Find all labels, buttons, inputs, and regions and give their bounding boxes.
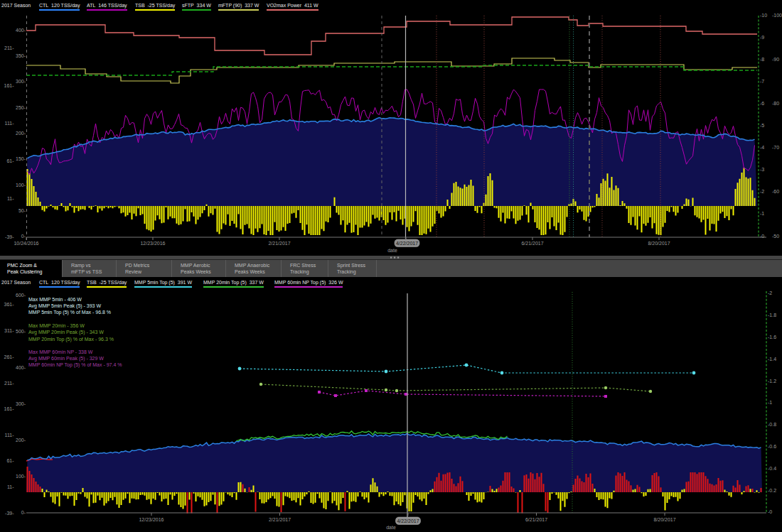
svg-text:400-: 400-	[16, 365, 26, 370]
svg-text:8/20/2017: 8/20/2017	[648, 241, 670, 246]
svg-text:-0: -0	[760, 234, 764, 239]
svg-text:-50: -50	[772, 234, 779, 239]
svg-text:-8: -8	[760, 57, 764, 62]
svg-text:300-: 300-	[16, 401, 26, 406]
svg-text:-2: -2	[760, 189, 764, 194]
svg-text:100-: 100-	[16, 183, 26, 188]
svg-text:2/21/2017: 2/21/2017	[269, 517, 291, 522]
svg-text:-4: -4	[760, 145, 764, 150]
svg-text:161-: 161-	[4, 406, 14, 411]
svg-text:50-: 50-	[18, 208, 26, 213]
svg-text:12/23/2016: 12/23/2016	[140, 241, 165, 246]
svg-text:-90: -90	[772, 57, 779, 62]
svg-text:250-: 250-	[16, 105, 26, 110]
svg-text:-1.6: -1.6	[768, 335, 776, 340]
svg-text:-1.8: -1.8	[768, 313, 776, 317]
svg-text:-0.4: -0.4	[768, 466, 776, 471]
svg-text:6/21/2017: 6/21/2017	[525, 517, 547, 522]
svg-text:500-: 500-	[16, 329, 26, 334]
svg-text:Avg MMP 20min Peak (5) - 343 W: Avg MMP 20min Peak (5) - 343 W	[28, 330, 104, 335]
svg-text:Max MMP 60min NP - 338 W: Max MMP 60min NP - 338 W	[28, 349, 93, 354]
svg-text:11-: 11-	[7, 196, 14, 201]
svg-text:150-: 150-	[16, 156, 26, 161]
svg-text:MMP 60min NP Top (5) % of Max: MMP 60min NP Top (5) % of Max - 97.4 %	[28, 362, 122, 368]
svg-text:12/23/2016: 12/23/2016	[139, 517, 164, 522]
svg-text:-70: -70	[772, 145, 779, 150]
svg-text:111-: 111-	[5, 121, 15, 126]
svg-text:300-: 300-	[16, 79, 26, 84]
svg-text:MMP 5min Top (5) % of Max - 96: MMP 5min Top (5) % of Max - 96.8 %	[28, 310, 111, 315]
svg-text:261-: 261-	[4, 354, 14, 359]
svg-text:-80: -80	[772, 101, 779, 106]
svg-text:MMP 20min Top (5) % of Max - 9: MMP 20min Top (5) % of Max - 96.3 %	[28, 337, 114, 342]
svg-text:600-: 600-	[16, 293, 26, 298]
svg-text:361-: 361-	[4, 302, 14, 307]
svg-text:161-: 161-	[4, 83, 14, 88]
svg-text:-6: -6	[760, 101, 764, 106]
svg-text:date: date	[386, 525, 396, 530]
svg-text:-0.6: -0.6	[768, 444, 776, 449]
svg-text:10/24/2016: 10/24/2016	[14, 241, 38, 246]
svg-text:0-: 0-	[21, 234, 26, 239]
svg-text:4/22/2017: 4/22/2017	[397, 519, 419, 523]
svg-text:211-: 211-	[4, 45, 14, 50]
svg-text:-0: -0	[768, 509, 772, 514]
svg-text:-10: -10	[760, 13, 767, 18]
svg-text:4/22/2017: 4/22/2017	[396, 241, 418, 246]
svg-text:8/20/2017: 8/20/2017	[653, 517, 675, 522]
svg-text:date: date	[387, 248, 397, 253]
svg-text:-60: -60	[772, 189, 779, 194]
svg-text:6/21/2017: 6/21/2017	[521, 241, 543, 246]
svg-text:200-: 200-	[16, 438, 26, 443]
svg-text:-3: -3	[760, 167, 764, 172]
svg-text:111-: 111-	[5, 433, 15, 438]
svg-text:-0.8: -0.8	[768, 422, 776, 427]
svg-text:400-: 400-	[16, 28, 26, 33]
svg-text:-1: -1	[768, 400, 772, 405]
svg-text:200-: 200-	[16, 131, 26, 136]
svg-text:211-: 211-	[4, 381, 14, 386]
svg-text:11-: 11-	[7, 484, 14, 489]
svg-text:-1: -1	[760, 211, 764, 216]
svg-text:Max MMP 20min - 356 W: Max MMP 20min - 356 W	[28, 323, 85, 328]
svg-text:-100: -100	[772, 13, 782, 18]
svg-text:-1.2: -1.2	[768, 379, 776, 384]
svg-text:-7: -7	[760, 79, 764, 84]
svg-text:-0.2: -0.2	[768, 488, 776, 493]
svg-text:Avg MMP 60min Peak (5) - 329 W: Avg MMP 60min Peak (5) - 329 W	[28, 356, 104, 362]
svg-text:-1.4: -1.4	[768, 357, 776, 362]
svg-text:2/21/2017: 2/21/2017	[268, 241, 290, 246]
svg-text:311-: 311-	[4, 328, 14, 333]
svg-text:Max MMP 5min - 406 W: Max MMP 5min - 406 W	[28, 297, 82, 302]
svg-text:Avg MMP 5min Peak (5) - 393 W: Avg MMP 5min Peak (5) - 393 W	[28, 303, 101, 309]
svg-text:100-: 100-	[16, 474, 26, 479]
svg-text:-5: -5	[760, 123, 764, 128]
svg-text:61-: 61-	[6, 458, 14, 463]
svg-text:-9: -9	[760, 35, 764, 40]
svg-text:-2: -2	[768, 291, 772, 295]
svg-text:61-: 61-	[6, 158, 14, 163]
svg-text:0-: 0-	[21, 510, 26, 515]
svg-text:-39-: -39-	[5, 511, 14, 516]
svg-text:-39-: -39-	[5, 234, 14, 239]
svg-text:350-: 350-	[16, 53, 26, 58]
